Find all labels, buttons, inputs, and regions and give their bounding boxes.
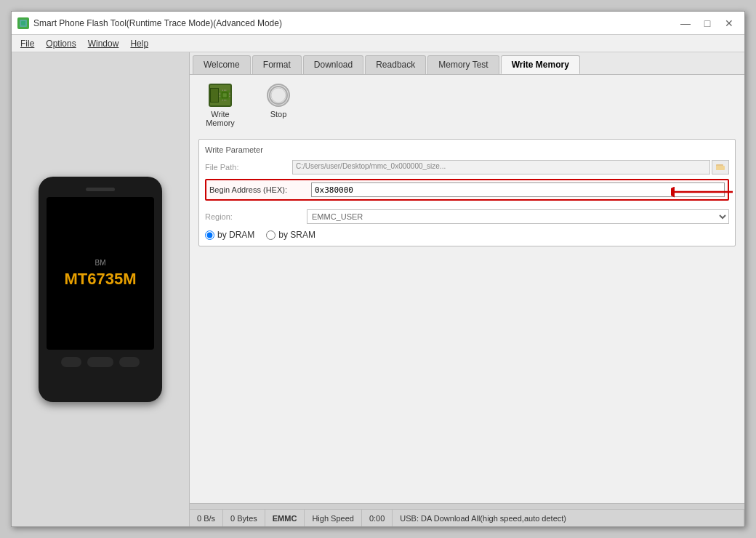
svg-rect-9 [229,95,230,95]
status-storage: EMMC [265,510,305,526]
svg-rect-10 [229,96,230,97]
tab-write-memory[interactable]: Write Memory [501,55,580,74]
svg-rect-14 [222,100,223,101]
status-connection: High Speed [305,510,362,526]
status-bytes: 0 Bytes [223,510,265,526]
tab-download[interactable]: Download [303,55,363,74]
svg-rect-13 [225,89,226,91]
region-label: Region: [205,212,307,221]
status-time: 0:00 [362,510,393,526]
svg-rect-5 [219,93,220,94]
radio-dram-input[interactable] [205,230,214,240]
menu-help[interactable]: Help [124,37,154,50]
tab-readback[interactable]: Readback [365,55,426,74]
begin-address-row: Begin Address (HEX): [205,179,729,201]
write-memory-label: Write Memory [198,110,242,127]
stop-icon [267,84,290,107]
region-row: Region: EMMC_USER EMMC_BOOT_1 EMMC_BOOT_… [205,209,729,224]
tab-format[interactable]: Format [252,55,302,74]
write-memory-content: Write Memory Stop Write Par [190,75,744,503]
begin-address-input[interactable] [311,182,725,197]
titlebar: Smart Phone Flash Tool(Runtime Trace Mod… [12,12,744,35]
svg-rect-4 [222,93,226,97]
right-panel: Welcome Format Download Readback Memory … [190,52,744,526]
svg-rect-20 [716,166,725,170]
tab-welcome[interactable]: Welcome [193,55,251,74]
phone-screen: BM MT6735M [47,197,154,350]
svg-rect-16 [225,100,226,101]
menu-file[interactable]: File [15,37,40,50]
phone-graphic: BM MT6735M [39,177,162,402]
radio-sram[interactable]: by SRAM [266,230,315,240]
file-path-row: File Path: C:/Users/user/Desktop/mmc_0x0… [205,160,729,174]
phone-brand: BM [95,259,106,267]
status-speed: 0 B/s [190,510,223,526]
svg-rect-11 [222,89,223,91]
svg-point-17 [270,87,287,104]
param-group: Write Parameter File Path: C:/Users/user… [198,139,736,246]
radio-dram-label: by DRAM [217,230,254,240]
svg-rect-1 [21,21,25,25]
svg-rect-6 [219,95,220,95]
app-icon [17,17,29,29]
window-controls: — □ ✕ [676,16,739,31]
menu-window[interactable]: Window [82,37,125,50]
write-memory-button[interactable]: Write Memory [198,84,242,127]
file-path-input[interactable]: C:/Users/user/Desktop/mmc_0x000000_size.… [292,160,710,174]
region-select[interactable]: EMMC_USER EMMC_BOOT_1 EMMC_BOOT_2 [307,209,729,224]
content-area: BM MT6735M Welcome Format Download Readb… [12,52,744,526]
window-title: Smart Phone Flash Tool(Runtime Trace Mod… [33,18,676,28]
svg-rect-12 [224,89,225,91]
stop-label: Stop [270,110,287,119]
radio-sram-label: by SRAM [278,230,315,240]
phone-speaker [86,188,115,191]
param-title: Write Parameter [205,145,729,154]
tab-memory-test[interactable]: Memory Test [427,55,499,74]
menu-options[interactable]: Options [40,37,81,50]
svg-rect-8 [229,93,230,94]
radio-dram[interactable]: by DRAM [205,230,254,240]
svg-rect-15 [224,100,225,101]
phone-model: MT6735M [64,270,136,289]
left-panel: BM MT6735M [12,52,190,526]
svg-rect-7 [219,96,220,97]
menubar: File Options Window Help [12,35,744,52]
status-message: USB: DA Download All(high speed,auto det… [393,510,744,526]
tab-bar: Welcome Format Download Readback Memory … [190,52,744,75]
radio-sram-input[interactable] [266,230,276,240]
red-arrow [671,185,736,199]
begin-address-label: Begin Address (HEX): [209,185,311,194]
toolbar: Write Memory Stop [198,84,736,127]
maximize-button[interactable]: □ [698,16,717,31]
statusbar: 0 B/s 0 Bytes EMMC High Speed 0:00 USB: … [190,509,744,526]
chip-icon [209,84,232,107]
minimize-button[interactable]: — [676,16,695,31]
file-path-label: File Path: [205,163,292,172]
browse-button[interactable] [712,160,729,174]
scroll-area[interactable] [190,503,744,509]
close-button[interactable]: ✕ [720,16,739,31]
main-window: Smart Phone Flash Tool(Runtime Trace Mod… [11,11,745,527]
stop-button[interactable]: Stop [257,84,300,127]
radio-row: by DRAM by SRAM [205,230,729,240]
